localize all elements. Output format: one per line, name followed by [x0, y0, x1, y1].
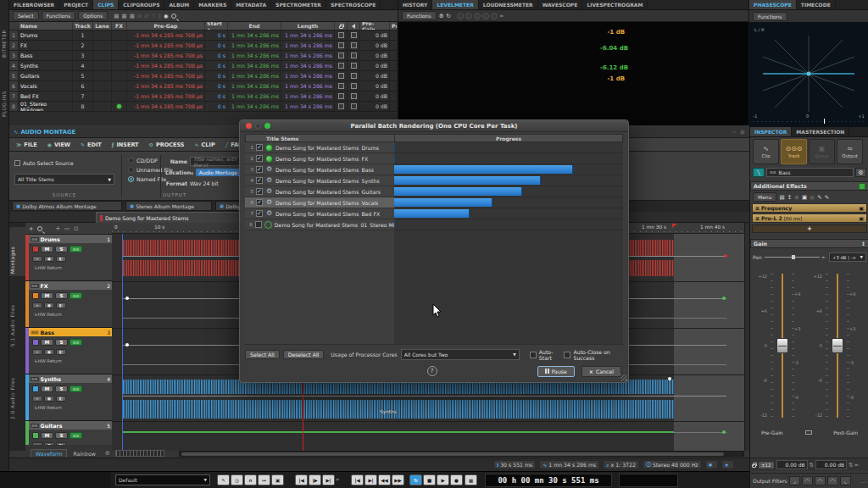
preroll-button[interactable]: ▦	[465, 474, 477, 485]
clip-row[interactable]: 1 Drums 1 -1 mn 34 s 285 ms 708 µs 0 s 1…	[9, 30, 398, 41]
clip-lock-checkbox[interactable]	[338, 73, 344, 79]
stepper-icon[interactable]: ⇅	[810, 462, 814, 469]
panel-tab[interactable]: SPECTROSCOPE	[326, 0, 381, 9]
task-checkbox[interactable]	[256, 199, 263, 206]
solo-button[interactable]: S	[55, 432, 68, 439]
panel-tab[interactable]: MASTERSECTION	[792, 127, 849, 136]
drag-handle-icon[interactable]: ≡	[755, 205, 760, 211]
transport-button[interactable]: ◀◀	[378, 474, 391, 485]
link-icon[interactable]	[805, 430, 812, 435]
clip-row[interactable]: 8 01_Stereo Mixdown 8 -1 mn 34 s 285 ms …	[9, 102, 398, 112]
effects-toolbar-icon[interactable]: ▣	[810, 194, 815, 201]
effects-toolbar-icon[interactable]: ✎	[825, 194, 829, 201]
panel-tab[interactable]: TIMECODE	[797, 0, 836, 9]
clip-lock-checkbox[interactable]	[338, 32, 344, 38]
filter-shape-button[interactable]: ◟	[840, 476, 851, 485]
panel-tab[interactable]: PHASESCOPE	[749, 0, 797, 9]
panel-tab[interactable]: CLIPS	[93, 0, 119, 9]
panel-tab[interactable]: LEVELMETER	[432, 0, 478, 9]
gain-preset-dropdown[interactable]: +3 dB | -∞▼	[829, 252, 866, 262]
track-header[interactable]: ⊙⊙ FX 2 M S ⊙⊙ ≈ ● ◧ ↳HW Return	[25, 281, 112, 328]
side-tab-51-audio-files[interactable]: 5.1 Audio Files	[9, 283, 25, 349]
transport-button[interactable]: ↦	[258, 474, 270, 485]
loop-button[interactable]: ↻	[409, 474, 422, 485]
routing-button[interactable]: ⊙⊙	[70, 339, 82, 346]
document-tab[interactable]: Demo Song for Mastered Stems	[96, 212, 242, 223]
solo-button[interactable]: S	[55, 385, 68, 392]
fader-handle[interactable]	[832, 338, 843, 353]
col-length[interactable]: Length	[281, 22, 335, 30]
col-name[interactable]: Name	[19, 22, 73, 30]
col-track[interactable]: Track	[73, 22, 93, 30]
meter-preset-button[interactable]: 2	[465, 13, 472, 19]
track-lock-chip[interactable]	[32, 339, 39, 346]
ribbon-menu[interactable]: ≫ FILE	[16, 141, 37, 148]
scrollbar-thumb[interactable]	[181, 452, 724, 456]
stepper-icon[interactable]: ⇅	[849, 462, 853, 469]
panel-tab[interactable]: LOUDNESSMETER	[479, 0, 538, 9]
mute-button[interactable]: M	[41, 339, 53, 346]
track-monitor-button[interactable]: ◧	[56, 396, 66, 402]
effect-window-icon[interactable]: ▣	[859, 215, 864, 221]
clip-lock-checkbox[interactable]	[338, 42, 344, 48]
lock-icon[interactable]	[752, 464, 756, 468]
track-automation-button[interactable]: ●	[44, 349, 54, 355]
clip-row[interactable]: 4 Synths 4 -1 mn 34 s 285 ms 708 µs 0 s …	[9, 61, 398, 71]
panel-tab[interactable]: SPECTROMETER	[271, 0, 326, 9]
clip-lock-checkbox[interactable]	[338, 63, 344, 69]
source-scope-dropdown[interactable]: All Title Stems▼	[14, 174, 114, 185]
track-monitor-button[interactable]: ◧	[56, 349, 66, 355]
effect-slot[interactable]: ≡ Frequency ▣	[752, 203, 867, 213]
routing-button[interactable]: ⊙⊙	[70, 246, 82, 252]
dialog-titlebar[interactable]: Parallel Batch Rendering (One CPU Core P…	[240, 120, 628, 132]
filter-shape-button[interactable]: ◠	[827, 476, 838, 485]
close-window-button[interactable]	[246, 123, 252, 129]
clip-row[interactable]: 7 Bed FX 7 -1 mn 34 s 285 ms 708 µs 0 s …	[9, 92, 398, 102]
select-all-button[interactable]: Select All	[245, 350, 280, 359]
resize-grip[interactable]	[620, 374, 627, 381]
track-tool-icon[interactable]: ⊡	[74, 225, 78, 232]
clip-row[interactable]: 5 Guitars 5 -1 mn 34 s 285 ms 708 µs 0 s…	[9, 71, 398, 81]
clips-table-header[interactable]: Name Track Lane FX Pre-Gap Start ▲ End L…	[9, 22, 398, 30]
filter-shape-button[interactable]: ◠	[802, 476, 813, 485]
clip-mute-checkbox[interactable]	[351, 63, 357, 69]
help-button[interactable]: ?	[427, 366, 437, 376]
pan-reset-icon[interactable]: ⇤	[822, 254, 826, 261]
scope-button[interactable]: ▣ Group	[809, 139, 835, 164]
meter-functions-button[interactable]: Functions	[402, 11, 437, 20]
stop-button[interactable]: ■	[423, 474, 436, 485]
add-effect-button[interactable]: +	[752, 225, 867, 233]
ribbon-menu[interactable]: ✎ EDIT	[81, 141, 102, 148]
montage-tab[interactable]: ▣Stereo Album Montage	[125, 201, 212, 211]
add-track-icon[interactable]: +	[29, 225, 33, 232]
transport-more[interactable]: »	[336, 476, 339, 483]
track-automation-button[interactable]: ●	[44, 256, 54, 262]
gain-header[interactable]: Gain ↕	[750, 239, 868, 248]
envelope-point[interactable]	[722, 430, 726, 434]
transport-button[interactable]: ▶▶	[392, 474, 404, 485]
track-settings-gear-icon[interactable]: ⚙	[855, 168, 866, 177]
ribbon-menu[interactable]: ∿ CLIP	[195, 141, 215, 148]
options-menu-button[interactable]: Options	[78, 11, 108, 20]
clips-toolbar-icon[interactable]: ▦	[121, 13, 126, 19]
post-gain-value-field[interactable]: 0.00 dB	[815, 460, 847, 469]
routing-button[interactable]: ⊙⊙	[70, 292, 82, 299]
reset-icon[interactable]: ⇤	[855, 462, 860, 469]
pan-slider[interactable]	[765, 257, 820, 258]
mute-button[interactable]: M	[41, 246, 53, 252]
track-lock-chip[interactable]	[32, 432, 39, 439]
envelope-point[interactable]	[125, 297, 129, 300]
mute-button[interactable]: M	[41, 385, 53, 392]
zoom-window-button[interactable]	[264, 123, 270, 129]
render-task-row[interactable]: 4 Demo Song for Mastered Stems_Synths	[245, 175, 623, 186]
transport-button[interactable]: ∩	[244, 474, 257, 485]
tab-bitmeter[interactable]: BITMETER	[2, 7, 7, 58]
auto-close-checkbox[interactable]	[564, 352, 570, 358]
clip-mute-checkbox[interactable]	[351, 83, 357, 89]
effect-slot[interactable]: ≡ Pro-L 2 [60 ms] ▣	[752, 214, 867, 223]
mute-button[interactable]: M	[41, 432, 53, 439]
panel-menu-icon[interactable]: ▣	[740, 129, 745, 136]
view-settings-gear-icon[interactable]: ⚙	[105, 450, 110, 457]
render-task-row[interactable]: 1 Demo Song for Mastered Stems_Drums	[245, 142, 623, 153]
filter-shape-button[interactable]: ◠	[815, 476, 826, 485]
